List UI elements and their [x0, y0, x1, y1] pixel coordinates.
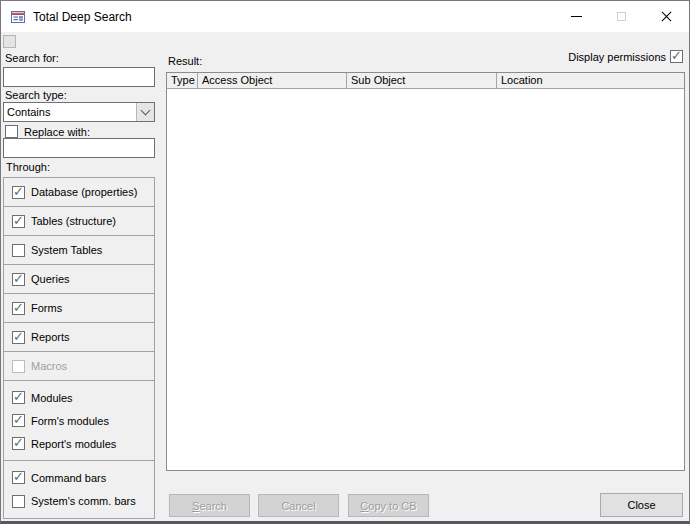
through-group-modules: Modules Form's modules Report's modules	[4, 381, 154, 461]
through-item-modules: Modules	[12, 391, 154, 404]
through-item-systems-comm-bars: System's comm. bars	[12, 495, 154, 508]
through-group-command-bars: Command bars System's comm. bars	[4, 461, 154, 518]
macros-label: Macros	[31, 360, 67, 372]
display-permissions-checkbox[interactable]	[670, 50, 683, 63]
column-header-access-object[interactable]: Access Object	[198, 73, 347, 88]
database-properties-label: Database (properties)	[31, 186, 137, 198]
queries-checkbox[interactable]	[12, 273, 25, 286]
systems-comm-bars-label: System's comm. bars	[31, 495, 136, 507]
chevron-down-icon	[141, 105, 151, 115]
result-listview[interactable]: Type Access Object Sub Object Location	[166, 72, 685, 471]
through-item-queries: Queries	[4, 265, 154, 294]
cancel-button: Cancel	[258, 494, 339, 517]
replace-with-label: Replace with:	[24, 126, 90, 138]
search-for-input[interactable]	[3, 67, 155, 87]
through-item-tables: Tables (structure)	[4, 207, 154, 236]
database-properties-checkbox[interactable]	[12, 186, 25, 199]
reports-label: Reports	[31, 331, 70, 343]
column-header-location[interactable]: Location	[497, 73, 684, 88]
forms-modules-checkbox[interactable]	[12, 414, 25, 427]
replace-with-checkbox[interactable]	[5, 125, 18, 138]
search-type-label: Search type:	[5, 89, 67, 101]
command-bars-checkbox[interactable]	[12, 471, 25, 484]
through-item-forms-modules: Form's modules	[12, 414, 154, 427]
copy-to-cb-button: Copy to CB	[348, 494, 429, 517]
result-header-row: Type Access Object Sub Object Location	[167, 73, 684, 89]
close-icon	[661, 11, 672, 22]
system-tables-label: System Tables	[31, 244, 102, 256]
through-item-macros: Macros	[4, 352, 154, 381]
replace-with-row: Replace with:	[5, 125, 90, 138]
search-type-value: Contains	[4, 106, 136, 118]
maximize-icon	[617, 12, 626, 21]
replace-with-input[interactable]	[3, 138, 155, 158]
dropdown-arrow-button[interactable]	[136, 103, 154, 121]
through-item-forms: Forms	[4, 294, 154, 323]
minimize-icon	[571, 16, 582, 17]
forms-modules-label: Form's modules	[31, 415, 109, 427]
window-title: Total Deep Search	[33, 10, 132, 24]
system-tables-checkbox[interactable]	[12, 244, 25, 257]
through-item-database: Database (properties)	[4, 178, 154, 207]
tables-structure-checkbox[interactable]	[12, 215, 25, 228]
reports-modules-checkbox[interactable]	[12, 437, 25, 450]
through-item-reports: Reports	[4, 323, 154, 352]
form-icon	[10, 9, 26, 25]
systems-comm-bars-checkbox[interactable]	[12, 495, 25, 508]
through-item-reports-modules: Report's modules	[12, 437, 154, 450]
search-button: Search	[169, 494, 250, 517]
modules-label: Modules	[31, 392, 73, 404]
reports-checkbox[interactable]	[12, 331, 25, 344]
through-list: Database (properties) Tables (structure)…	[3, 177, 155, 519]
display-permissions-label: Display permissions	[568, 51, 666, 63]
close-button[interactable]: Close	[600, 493, 683, 517]
macros-checkbox	[12, 360, 25, 373]
modules-checkbox[interactable]	[12, 391, 25, 404]
minimize-button[interactable]	[554, 1, 599, 32]
through-label: Through:	[6, 161, 50, 173]
search-for-label: Search for:	[5, 52, 59, 64]
result-label: Result:	[168, 55, 202, 67]
through-item-command-bars: Command bars	[12, 471, 154, 484]
maximize-button	[599, 1, 644, 32]
reports-modules-label: Report's modules	[31, 438, 116, 450]
mini-blank-button	[3, 35, 16, 48]
display-permissions-row: Display permissions	[568, 50, 683, 63]
column-header-sub-object[interactable]: Sub Object	[347, 73, 497, 88]
through-item-system-tables: System Tables	[4, 236, 154, 265]
forms-checkbox[interactable]	[12, 302, 25, 315]
command-bars-label: Command bars	[31, 472, 106, 484]
close-window-button[interactable]	[644, 1, 689, 32]
forms-label: Forms	[31, 302, 62, 314]
total-deep-search-window: Total Deep Search Search for: Search typ…	[0, 0, 690, 524]
titlebar: Total Deep Search	[1, 1, 689, 32]
search-type-dropdown[interactable]: Contains	[3, 102, 155, 122]
column-header-type[interactable]: Type	[167, 73, 198, 88]
queries-label: Queries	[31, 273, 70, 285]
tables-structure-label: Tables (structure)	[31, 215, 116, 227]
